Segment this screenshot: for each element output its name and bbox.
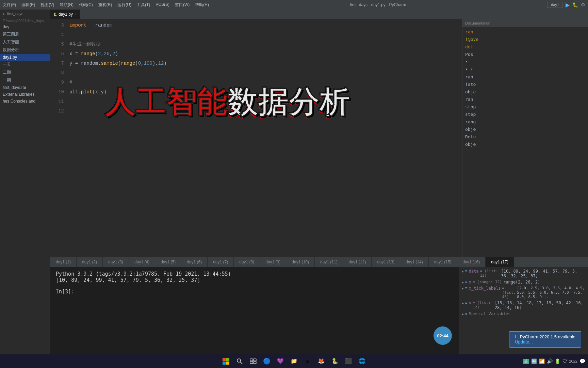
code-line-6: x = range(2,26,2) [69,49,462,59]
file-explorer-icon[interactable]: 📁 [289,356,299,367]
svg-rect-6 [250,359,253,361]
debug-button[interactable]: 🐛 [572,2,578,7]
sidebar-item-day1py[interactable]: day1.py [0,54,50,61]
bottom-tab-16[interactable]: day1 (16) [457,257,486,267]
tab-close-icon[interactable]: × [75,13,77,16]
doc-item-10: ran [465,96,585,103]
bottom-tab-2[interactable]: day1 (2) [77,257,103,267]
tab-day1py[interactable]: 🐍 day1.py × [50,10,80,19]
expand-arrow-x[interactable]: ▶ [462,280,464,284]
code-line-10: plt.plot(x,y) [69,87,462,97]
menu-file[interactable]: 文件(F) [3,2,16,8]
doc-item-9: obje [465,89,585,95]
bottom-tab-14[interactable]: day1 (14) [400,257,429,267]
right-panel: Documentation ran (@ove def Pos • • ( ra… [462,19,588,257]
doc-item-2: (@ove [465,36,585,43]
email-icon[interactable]: ✉️ [302,356,313,367]
run-config[interactable]: day1 [547,2,563,8]
menu-view[interactable]: 视图(V) [40,2,54,8]
menu-window[interactable]: 窗口(W) [175,2,190,8]
code-line-11 [69,97,462,106]
sidebar-item-2nd[interactable]: 二期 [0,68,50,76]
bottom-tab-3[interactable]: day1 (3) [103,257,129,267]
bottom-tab-17[interactable]: day1 (17) [486,257,514,267]
bottom-tab-10[interactable]: day1 (10) [286,257,315,267]
input-indicator[interactable]: 英 [523,359,529,364]
sidebar-item-day1[interactable]: 一天 [0,61,50,68]
tray-battery-icon[interactable]: 🔋 [555,358,560,364]
bottom-tab-5[interactable]: day1 (5) [155,257,181,267]
ie-icon[interactable]: 🔵 [261,356,272,367]
terminal-prompt: In[3]: [56,289,453,295]
code-line-7: y = random.sample(range(0,100),12) [69,59,462,68]
doc-item-1: ran [465,29,585,35]
line-numbers: 3 4 5 6 7 8 9 10 11 12 [50,19,67,257]
bottom-tab-12[interactable]: day1 (12) [343,257,372,267]
bottom-tab-6[interactable]: day1 (6) [181,257,208,267]
task-view-icon[interactable] [248,356,259,367]
sidebar-item-data-analysis[interactable]: 数据分析 [0,46,50,54]
tray-volume-icon[interactable]: 🔊 [547,358,553,364]
svg-rect-2 [223,362,226,365]
menu-code[interactable]: 代码(C) [79,2,93,8]
menu-refactor[interactable]: 重构(R) [98,2,112,8]
chrome-icon[interactable]: 🌐 [357,356,368,367]
doc-item-4: Pos [465,51,585,58]
sidebar-item-day[interactable]: day [0,24,50,30]
doc-item-11: stop [465,104,585,110]
menu-run[interactable]: 运行(U) [117,2,131,8]
notification-update-link[interactable]: Update... [515,339,533,344]
terminal-area[interactable]: Python 3.9.2 (tags/v3.9.2:1a79785, Feb 1… [50,267,459,359]
sidebar-item-scratches[interactable]: hes Consoles and [0,98,50,105]
py-file-icon: 🐍 [53,13,57,16]
search-taskbar-icon[interactable] [234,356,245,367]
debug-row-x: ▶ ≡ x = (range: 12) range(2, 26, 2) [462,279,585,285]
bottom-tab-15[interactable]: day1 (15) [429,257,457,267]
bottom-tab-4[interactable]: day1 (4) [129,257,155,267]
sidebar-item-1st[interactable]: 一期 [0,76,50,84]
menu-vcs[interactable]: VCS(S) [156,2,169,8]
settings-button[interactable]: ⚙ [581,2,585,7]
bottom-tab-9[interactable]: day1 (9) [260,257,286,267]
sidebar-item-ai[interactable]: 人工智能 [0,38,50,46]
debug-row-xtick: ▶ ≡ x_tick_labels = (list: 45) [2.0, 2.5… [462,285,585,300]
expand-arrow-xtick[interactable]: ▶ [462,287,464,290]
bottom-tab-11[interactable]: day1 (11) [315,257,343,267]
bottom-tabs: day1 (1) day1 (2) day1 (3) day1 (4) day1… [50,257,588,267]
tray-network-icon[interactable]: 📶 [539,358,545,364]
bottom-content: Python 3.9.2 (tags/v3.9.2:1a79785, Feb 1… [50,267,588,359]
right-panel-content: ran (@ove def Pos • • ( ran (sto obje ra… [462,27,588,257]
menu-navigate[interactable]: 导航(N) [60,2,74,8]
menu-tools[interactable]: 工具(T) [137,2,150,8]
bottom-tab-8[interactable]: day1 (8) [234,257,260,267]
sidebar-item-rar[interactable]: first_days.rar [0,84,50,91]
browser-icon[interactable]: 🦊 [316,356,327,367]
menu-help[interactable]: 帮助(H) [195,2,209,8]
expand-arrow-y[interactable]: ▶ [462,301,464,305]
doc-item-12: step [465,111,585,118]
tray-icon-1[interactable]: 🔤 [531,358,537,364]
doc-item-8: (sto [465,81,585,88]
tray-security-icon[interactable]: 🛡 [562,358,567,364]
debug-row-y: ▶ ≡ y = (list: 12) [15, 13, 14, 18, 17, … [462,300,585,311]
svg-rect-7 [254,359,256,361]
vs-icon[interactable]: 💜 [275,356,286,367]
terminal-icon[interactable]: ⬛ [343,356,354,367]
bottom-tab-13[interactable]: day1 (13) [372,257,400,267]
run-button[interactable]: ▶ [566,2,570,8]
expand-arrow-special[interactable]: ▶ [462,312,464,316]
pycharm-icon[interactable]: 🐍 [329,356,340,367]
notifications-icon[interactable]: 💬 [579,358,585,364]
sidebar-item-3rd4th[interactable]: 第三四册 [0,30,50,38]
code-content[interactable]: import __random #生成一组数据 x = range(2,26,2… [67,19,462,257]
start-button[interactable] [220,356,231,367]
bottom-tab-7[interactable]: day1 (7) [208,257,234,267]
right-panel-header: Documentation [462,19,588,27]
code-editor[interactable]: 3 4 5 6 7 8 9 10 11 12 import __random [50,19,462,257]
sidebar-item-external-libs[interactable]: External Libraries [0,91,50,98]
bottom-tab-1[interactable]: day1 (1) [50,257,77,267]
titlebar-title: first_days - day1.py - PyCharm [209,2,547,7]
expand-arrow-data[interactable]: ▶ [462,270,464,273]
code-line-5: #生成一组数据 [69,40,462,49]
menu-edit[interactable]: 编辑(E) [21,2,35,8]
